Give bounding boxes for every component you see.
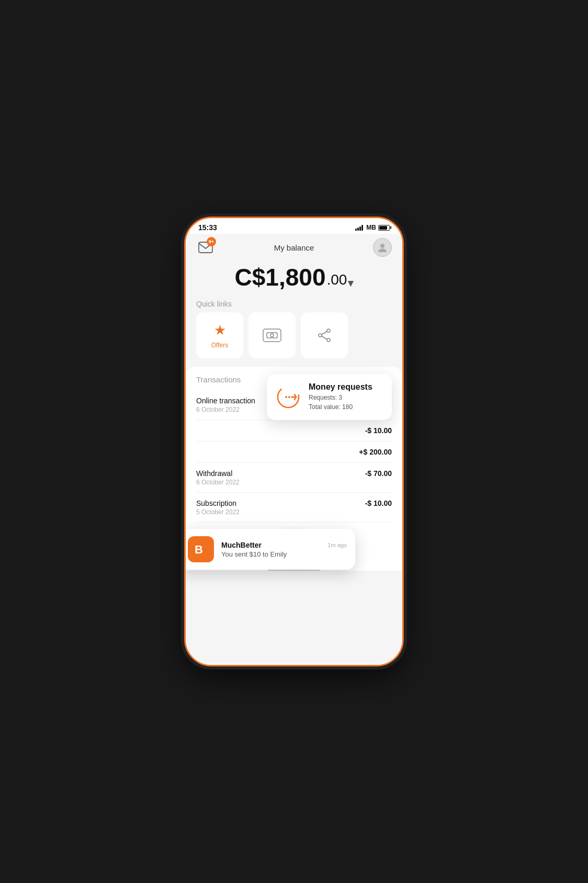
tx-name: Withdrawal — [196, 469, 240, 478]
share-icon — [317, 328, 332, 343]
tx-date: 6 October 2022 — [196, 406, 255, 413]
transaction-item-withdrawal[interactable]: Withdrawal 6 October 2022 -$ 70.00 — [196, 463, 392, 493]
notification-badge: 9+ — [207, 237, 216, 246]
notif-app-name: MuchBetter — [221, 541, 262, 549]
tx-date: 6 October 2022 — [196, 479, 240, 486]
status-icons: MB — [355, 224, 390, 231]
notification-content: MuchBetter 1m ago You sent $10 to Emily — [221, 541, 347, 558]
balance-display[interactable]: C$1,800.00 ▾ — [196, 263, 392, 291]
transaction-item[interactable]: -$ 10.00 — [196, 420, 392, 442]
tx-amount: -$ 10.00 — [365, 499, 392, 507]
balance-main: C$1,800 — [235, 263, 326, 291]
mail-button[interactable]: 9+ — [196, 238, 215, 257]
money-requests-requests: Requests: 3 Total value: 180 — [309, 393, 383, 412]
transaction-item[interactable]: +$ 200.00 — [196, 442, 392, 463]
money-requests-popup[interactable]: Money requests Requests: 3 Total value: … — [267, 374, 392, 420]
signal-icon — [355, 225, 363, 231]
svg-point-1 — [380, 244, 385, 248]
battery-icon — [378, 225, 390, 231]
send-money-icon — [263, 329, 281, 342]
svg-text:B: B — [195, 543, 203, 556]
quick-links-label: Quick links — [186, 300, 402, 312]
tx-amount: +$ 200.00 — [359, 448, 392, 456]
balance-dropdown-icon: ▾ — [348, 277, 353, 289]
tx-amount: -$ 70.00 — [365, 469, 392, 478]
notif-time: 1m ago — [327, 542, 347, 548]
tx-name: Subscription — [196, 499, 240, 507]
svg-point-7 — [319, 334, 322, 337]
svg-point-14 — [285, 396, 287, 398]
avatar-button[interactable] — [373, 238, 392, 257]
quick-link-offers[interactable]: ★ Offers — [196, 312, 243, 358]
svg-point-6 — [327, 338, 330, 342]
phone-frame: 15:33 MB 9+ My balance — [184, 217, 404, 666]
svg-line-9 — [322, 336, 327, 339]
notch — [263, 218, 325, 233]
quick-link-share[interactable] — [301, 312, 348, 358]
carrier-label: MB — [366, 224, 376, 231]
tx-name: Online transaction — [196, 397, 255, 405]
svg-point-5 — [327, 329, 330, 332]
notif-message: You sent $10 to Emily — [221, 550, 347, 558]
muchbetter-app-icon: B — [188, 536, 214, 562]
svg-point-16 — [291, 396, 293, 398]
app-content: 9+ My balance C$1,800.00 ▾ Quick links ★… — [186, 234, 402, 664]
quick-links-row: ★ Offers — [186, 312, 402, 367]
notification-popup[interactable]: B MuchBetter 1m ago You sent $10 to Emil… — [186, 529, 355, 570]
quick-link-send-money[interactable] — [248, 312, 296, 358]
money-requests-text: Money requests Requests: 3 Total value: … — [309, 382, 383, 412]
offers-label: Offers — [211, 342, 228, 349]
header-title: My balance — [274, 243, 314, 252]
app-header: 9+ My balance — [186, 234, 402, 257]
tx-date: 5 October 2022 — [196, 508, 240, 516]
svg-point-15 — [288, 396, 290, 398]
balance-cents: .00 — [326, 271, 347, 288]
avatar-icon — [377, 242, 388, 253]
svg-line-8 — [322, 332, 327, 335]
star-icon: ★ — [214, 322, 226, 338]
money-requests-icon — [275, 384, 301, 410]
balance-section: C$1,800.00 ▾ — [186, 257, 402, 300]
status-time: 15:33 — [198, 223, 217, 232]
tx-amount: -$ 10.00 — [365, 426, 392, 435]
muchbetter-logo-icon: B — [193, 541, 209, 558]
svg-point-4 — [270, 334, 274, 337]
money-requests-title: Money requests — [309, 382, 383, 392]
transaction-item-subscription[interactable]: Subscription 5 October 2022 -$ 10.00 — [196, 493, 392, 523]
svg-rect-2 — [263, 329, 281, 342]
